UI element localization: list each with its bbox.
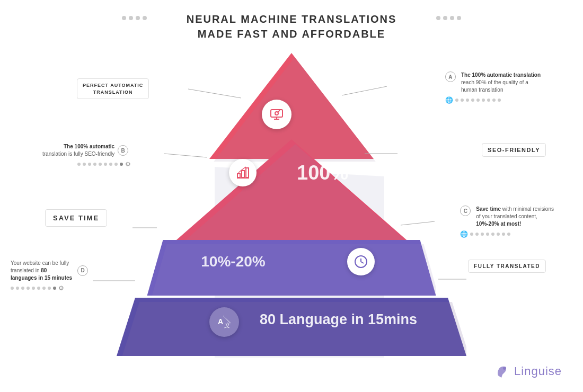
ann-seo-text: The 100% automatictranslation is fully S… — [42, 143, 114, 158]
svg-text:文: 文 — [224, 322, 231, 328]
ann-b-circle-wrap: B — [118, 145, 131, 156]
svg-rect-23 — [246, 168, 249, 177]
ann-a-text: The 100% automatic translationreach 90% … — [461, 72, 541, 94]
dot — [129, 16, 133, 20]
annotation-left-4: Your website can be fully translated in … — [11, 260, 91, 292]
ann-box-seo: SEO-FRIENDLY — [482, 143, 546, 157]
dot — [450, 16, 454, 20]
annotation-right-4: FULLY TRANSLATED — [468, 260, 546, 273]
main-title: NEURAL MACHINE TRANSLATIONS MADE FAST AN… — [0, 12, 583, 41]
ann-circle-b: B — [118, 145, 128, 156]
trap1-percentage-text: 10%-20% — [201, 253, 265, 270]
annotation-left-1: PERFECT AUTOMATICTRANSLATION — [77, 78, 149, 99]
svg-text:A: A — [218, 317, 223, 326]
svg-rect-16 — [271, 110, 282, 117]
trap2-text: 80 Language in 15mins — [260, 311, 417, 328]
svg-marker-11 — [168, 144, 421, 253]
dot — [143, 16, 147, 20]
title-dots-left — [122, 16, 147, 20]
trap1-svg — [147, 240, 436, 296]
svg-rect-21 — [237, 174, 240, 177]
ann-circle-a: A — [445, 72, 456, 82]
gear-icon-left2: ⚙ — [125, 161, 131, 168]
triangle-mid-svg — [162, 137, 421, 253]
ann-box-perfect: PERFECT AUTOMATICTRANSLATION — [77, 78, 149, 99]
translate-icon: A 文 — [216, 314, 233, 331]
dot — [122, 16, 126, 20]
chart-icon — [235, 165, 250, 180]
svg-point-31 — [503, 367, 506, 370]
triangle-mid-layer — [162, 137, 421, 255]
ann-seo-text-wrap: The 100% automatictranslation is fully S… — [42, 143, 131, 158]
title-dots-right — [436, 16, 461, 20]
annotation-right-1: A The 100% automatic translationreach 90… — [445, 72, 541, 104]
dot — [136, 16, 140, 20]
ann-dots-row-1: 🌐 — [445, 96, 541, 104]
ann-circle-c: C — [460, 206, 471, 216]
svg-rect-22 — [242, 171, 244, 177]
dot — [436, 16, 440, 20]
svg-line-20 — [278, 110, 280, 112]
svg-marker-13 — [151, 244, 436, 296]
ann-c-text: Save time with minimal revisionsof your … — [476, 206, 554, 228]
mid-layer-icon — [229, 159, 257, 186]
globe-icon-right3: 🌐 — [460, 230, 468, 238]
ann-box-fully: FULLY TRANSLATED — [468, 260, 546, 273]
globe-icon-right1: 🌐 — [445, 96, 453, 104]
ann-d-circle-wrap: D — [77, 265, 91, 276]
dot — [443, 16, 447, 20]
ann-box-save-time: SAVE TIME — [45, 209, 107, 227]
annotation-right-3: C Save time with minimal revisionsof you… — [460, 206, 554, 238]
dot — [457, 16, 461, 20]
top-layer-icon — [262, 100, 292, 129]
ann-lang-text: Your website can be fully translated in … — [11, 260, 74, 282]
ann-lang-wrap: Your website can be fully translated in … — [11, 260, 91, 282]
svg-point-19 — [275, 112, 278, 115]
annotation-left-2: The 100% automatictranslation is fully S… — [42, 143, 131, 168]
title-area: NEURAL MACHINE TRANSLATIONS MADE FAST AN… — [0, 0, 583, 41]
trap2-layer-icon: A 文 — [209, 307, 239, 337]
svg-line-27 — [361, 262, 364, 263]
mid-percentage-text: 100% — [297, 162, 348, 184]
annotation-left-3: SAVE TIME — [45, 209, 107, 227]
linguise-logo: Linguise — [495, 364, 562, 379]
logo-text: Linguise — [514, 364, 562, 378]
trap1-layer — [147, 240, 436, 293]
linguise-logo-icon — [495, 364, 510, 379]
ann-dots-row-2: ⚙ — [42, 161, 131, 168]
trap1-layer-icon — [347, 248, 375, 275]
gear-icon-left4: ⚙ — [58, 284, 64, 292]
annotation-right-2: SEO-FRIENDLY — [482, 143, 546, 157]
ann-c-wrap: C Save time with minimal revisionsof you… — [460, 206, 554, 228]
ann-dots-row-3: 🌐 — [460, 230, 554, 238]
monitor-icon — [269, 107, 284, 122]
ann-a-wrap: A The 100% automatic translationreach 90… — [445, 72, 541, 94]
ann-dots-row-4: ⚙ — [11, 284, 91, 292]
ann-circle-d: D — [77, 265, 88, 276]
svg-marker-15 — [121, 302, 466, 356]
clock-icon — [353, 254, 369, 270]
